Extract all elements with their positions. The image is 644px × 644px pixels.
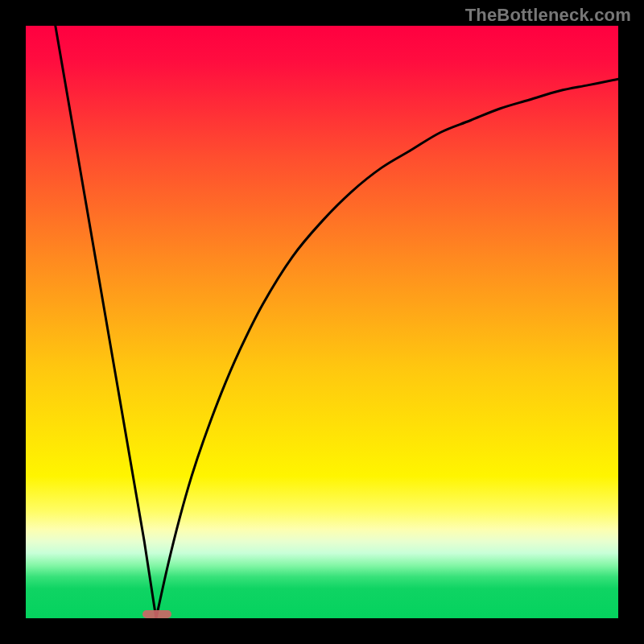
curve-path <box>56 26 618 618</box>
watermark-text: TheBottleneck.com <box>465 5 631 26</box>
bottleneck-curve <box>26 26 618 618</box>
plot-area <box>26 26 618 618</box>
minimum-marker <box>142 610 171 618</box>
chart-frame: TheBottleneck.com <box>0 0 644 644</box>
